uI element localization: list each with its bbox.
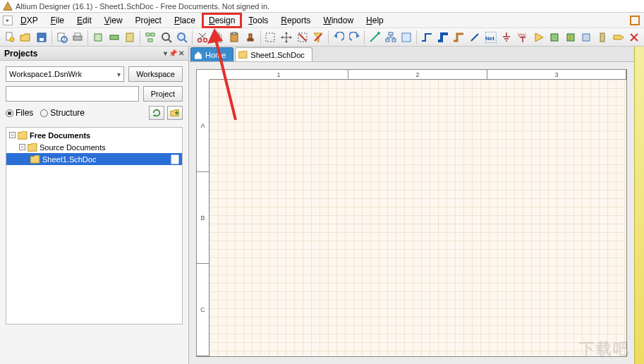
bus-entry-icon[interactable] bbox=[467, 30, 482, 45]
tree-group-row[interactable]: − Source Documents bbox=[6, 141, 182, 153]
separator bbox=[87, 30, 88, 44]
right-dock-strip[interactable] bbox=[634, 47, 644, 364]
print-icon[interactable] bbox=[71, 30, 86, 45]
panel-header[interactable]: Projects ▾ 📌 ✕ bbox=[0, 47, 188, 61]
folder-icon bbox=[238, 51, 248, 59]
menu-view[interactable]: View bbox=[98, 13, 129, 28]
svg-marker-36 bbox=[290, 36, 292, 39]
hierarchy-icon[interactable] bbox=[142, 30, 158, 45]
menu-project[interactable]: Project bbox=[129, 13, 168, 28]
ruler-seg: A bbox=[197, 80, 209, 172]
deselect-icon[interactable] bbox=[295, 30, 310, 45]
new-doc-icon[interactable] bbox=[2, 30, 18, 45]
part-icon[interactable] bbox=[531, 30, 547, 45]
print-preview-icon[interactable] bbox=[54, 30, 70, 45]
folder-icon bbox=[18, 131, 28, 140]
rubber-stamp-icon[interactable] bbox=[243, 30, 258, 45]
toolbar: Net Vcc bbox=[0, 28, 644, 47]
sheet-entry-icon[interactable] bbox=[563, 30, 578, 45]
browse-icon[interactable] bbox=[399, 30, 415, 45]
watermark: 下载吧 bbox=[579, 339, 630, 360]
svg-rect-68 bbox=[600, 33, 604, 42]
gnd-icon[interactable] bbox=[499, 30, 514, 45]
separator bbox=[51, 30, 52, 44]
project-input[interactable] bbox=[6, 86, 139, 102]
refresh-panel-icon[interactable] bbox=[149, 106, 164, 120]
select-rect-icon[interactable] bbox=[263, 30, 279, 45]
sheet-icon[interactable] bbox=[122, 30, 138, 45]
redo-icon[interactable] bbox=[347, 30, 363, 45]
svg-rect-45 bbox=[389, 32, 393, 35]
cut-icon[interactable] bbox=[195, 30, 210, 45]
move-icon[interactable] bbox=[279, 30, 294, 45]
net-label-icon[interactable]: Net bbox=[483, 30, 499, 45]
save-icon[interactable] bbox=[34, 30, 49, 45]
tree-root-row[interactable]: − Free Documents bbox=[6, 129, 182, 141]
doc-icon bbox=[171, 154, 179, 164]
harness-connector-icon[interactable] bbox=[595, 30, 610, 45]
wire-icon[interactable] bbox=[419, 30, 435, 45]
panel-pin-icon[interactable]: 📌 bbox=[169, 49, 177, 57]
menu-dxp[interactable]: DDXPXP bbox=[14, 13, 44, 28]
tab-doc[interactable]: Sheet1.SchDoc bbox=[235, 47, 312, 61]
sheet-grid[interactable] bbox=[209, 80, 626, 356]
svg-rect-47 bbox=[392, 39, 396, 42]
menu-right-icon[interactable] bbox=[627, 13, 643, 28]
signal-harness-icon[interactable] bbox=[451, 30, 467, 45]
zoom-region-icon[interactable] bbox=[159, 30, 174, 45]
menu-design[interactable]: Design bbox=[202, 13, 242, 28]
workspace-button[interactable]: Workspace bbox=[128, 66, 183, 82]
svg-line-53 bbox=[471, 34, 478, 41]
menu-window[interactable]: Window bbox=[317, 13, 360, 28]
svg-rect-9 bbox=[75, 33, 80, 36]
workspace-select[interactable]: Workspace1.DsnWrk bbox=[6, 66, 124, 82]
no-erc-icon[interactable] bbox=[627, 30, 643, 45]
panel-close-icon[interactable]: ✕ bbox=[178, 49, 184, 57]
svg-rect-5 bbox=[40, 38, 44, 41]
menu-tools[interactable]: Tools bbox=[242, 13, 274, 28]
menu-help[interactable]: Help bbox=[360, 13, 390, 28]
structure-radio[interactable]: Structure bbox=[40, 108, 85, 118]
svg-rect-12 bbox=[126, 33, 133, 42]
tab-home[interactable]: Home bbox=[190, 47, 233, 61]
svg-rect-15 bbox=[148, 39, 152, 42]
zoom-fit-icon[interactable] bbox=[90, 30, 106, 45]
files-radio[interactable]: Files bbox=[6, 108, 33, 118]
device-sheet-icon[interactable] bbox=[579, 30, 595, 45]
paste-icon[interactable] bbox=[226, 30, 242, 45]
expander-icon[interactable]: − bbox=[9, 132, 16, 138]
component-icon[interactable] bbox=[107, 30, 122, 45]
dxp-dropdown-icon[interactable]: ▸ bbox=[3, 16, 13, 25]
clear-filter-icon[interactable] bbox=[310, 30, 326, 45]
project-tree[interactable]: − Free Documents − Source Documents Shee… bbox=[6, 127, 183, 324]
copy-icon[interactable] bbox=[211, 30, 226, 45]
panel-dropdown-icon[interactable]: ▾ bbox=[164, 49, 167, 57]
menu-edit[interactable]: Edit bbox=[71, 13, 98, 28]
svg-marker-33 bbox=[285, 32, 288, 34]
tree-doc-row[interactable]: Sheet1.SchDoc bbox=[6, 153, 182, 165]
undo-icon[interactable] bbox=[331, 30, 346, 45]
tab-doc-label: Sheet1.SchDoc bbox=[250, 51, 304, 59]
expander-icon[interactable]: − bbox=[19, 144, 25, 150]
separator bbox=[328, 30, 329, 44]
add-panel-icon[interactable] bbox=[167, 106, 183, 120]
menu-reports[interactable]: Reports bbox=[274, 13, 317, 28]
svg-line-38 bbox=[299, 34, 306, 41]
zoom-icon[interactable] bbox=[174, 30, 190, 45]
schematic-sheet[interactable]: 1 2 3 A B C bbox=[196, 69, 627, 357]
menu-file[interactable]: File bbox=[44, 13, 71, 28]
svg-rect-14 bbox=[151, 33, 154, 36]
svg-text:Net: Net bbox=[485, 35, 494, 42]
tree-doc-label: Sheet1.SchDoc bbox=[42, 155, 96, 164]
sheet-symbol-icon[interactable] bbox=[547, 30, 562, 45]
svg-marker-35 bbox=[281, 36, 283, 39]
open-icon[interactable] bbox=[18, 30, 34, 45]
port-icon[interactable] bbox=[611, 30, 626, 45]
hierarchy2-icon[interactable] bbox=[383, 30, 399, 45]
menu-place[interactable]: Place bbox=[168, 13, 202, 28]
cross-probe-icon[interactable] bbox=[367, 30, 382, 45]
svg-rect-11 bbox=[110, 35, 119, 40]
project-button[interactable]: Project bbox=[143, 86, 183, 102]
vcc-icon[interactable]: Vcc bbox=[515, 30, 530, 45]
bus-icon[interactable] bbox=[435, 30, 451, 45]
